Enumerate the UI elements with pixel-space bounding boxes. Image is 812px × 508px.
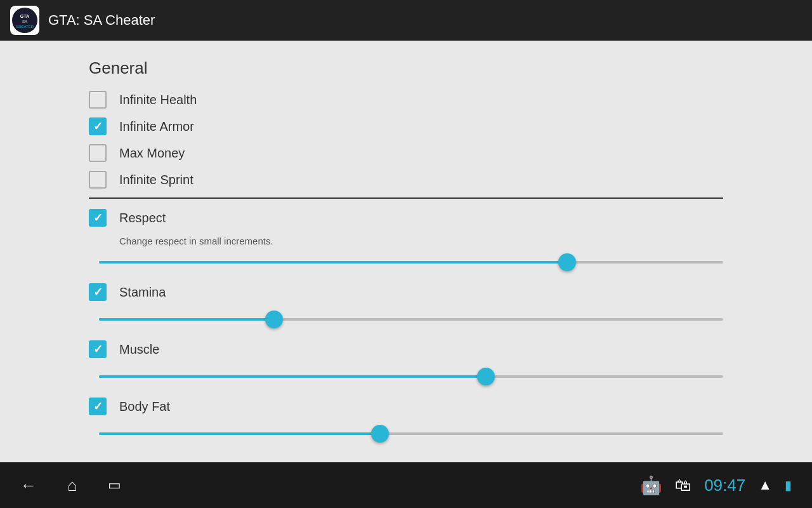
checkbox-label-infinite-sprint: Infinite Sprint	[119, 173, 193, 187]
slider-thumb-respect[interactable]	[558, 253, 576, 271]
time-display: 09:47	[704, 476, 745, 495]
back-button[interactable]: ←	[20, 476, 37, 495]
slider-checkbox-respect[interactable]	[89, 209, 107, 227]
slider-checkbox-row-respect: Respect	[89, 209, 812, 227]
slider-thumb-muscle[interactable]	[477, 368, 495, 385]
slider-label-stamina: Stamina	[119, 285, 166, 300]
status-area: 🤖 🛍 09:47 ▲ ▮	[640, 475, 792, 496]
slider-checkbox-muscle[interactable]	[89, 340, 107, 358]
slider-track-stamina[interactable]	[99, 310, 723, 329]
slider-checkbox-row-muscle: Muscle	[89, 340, 812, 358]
slider-section-body-fat: Body Fat	[89, 398, 812, 443]
battery-icon: ▮	[785, 478, 792, 493]
svg-text:GTA: GTA	[20, 14, 29, 18]
app-logo: GTA SA CHEATER	[10, 6, 39, 35]
android-icon: 🤖	[640, 475, 662, 496]
slider-checkbox-row-stamina: Stamina	[89, 283, 812, 301]
app-title: GTA: SA Cheater	[48, 12, 155, 29]
slider-track-respect[interactable]	[99, 253, 723, 272]
checkbox-row-infinite-sprint: Infinite Sprint	[89, 171, 812, 189]
checkbox-max-money[interactable]	[89, 144, 107, 162]
slider-thumb-stamina[interactable]	[265, 311, 283, 328]
slider-checkbox-body-fat[interactable]	[89, 398, 107, 415]
section-divider	[89, 197, 723, 199]
bottom-bar: ← ⌂ ▭ 🤖 🛍 09:47 ▲ ▮	[0, 462, 812, 508]
slider-checkbox-stamina[interactable]	[89, 283, 107, 301]
top-bar: GTA SA CHEATER GTA: SA Cheater	[0, 0, 812, 41]
slider-track-fill-body-fat	[99, 432, 380, 435]
recents-button[interactable]: ▭	[108, 477, 121, 493]
home-button[interactable]: ⌂	[67, 476, 77, 495]
slider-track-muscle[interactable]	[99, 367, 723, 386]
slider-section-muscle: Muscle	[89, 340, 812, 386]
checkbox-label-infinite-health: Infinite Health	[119, 93, 197, 107]
svg-text:CHEATER: CHEATER	[16, 25, 34, 29]
checkbox-row-max-money: Max Money	[89, 144, 812, 162]
slider-label-body-fat: Body Fat	[119, 399, 170, 414]
wifi-icon: ▲	[758, 477, 772, 493]
slider-section-stamina: Stamina	[89, 283, 812, 329]
nav-buttons: ← ⌂ ▭	[20, 476, 121, 495]
slider-label-muscle: Muscle	[119, 342, 159, 357]
checkbox-infinite-sprint[interactable]	[89, 171, 107, 189]
slider-thumb-body-fat[interactable]	[371, 425, 389, 443]
slider-checkbox-row-body-fat: Body Fat	[89, 398, 812, 415]
slider-track-body-fat[interactable]	[99, 424, 723, 443]
slider-track-fill-stamina	[99, 318, 274, 321]
checkboxes-container: Infinite HealthInfinite ArmorMax MoneyIn…	[89, 91, 812, 189]
slider-section-respect: RespectChange respect in small increment…	[89, 209, 812, 272]
slider-desc-respect: Change respect in small increments.	[119, 236, 812, 246]
section-title: General	[89, 58, 812, 78]
checkbox-label-max-money: Max Money	[119, 146, 185, 161]
slider-track-fill-respect	[99, 261, 567, 264]
sliders-container: RespectChange respect in small increment…	[89, 209, 812, 443]
checkbox-row-infinite-health: Infinite Health	[89, 91, 812, 109]
checkbox-infinite-armor[interactable]	[89, 117, 107, 135]
slider-label-respect: Respect	[119, 211, 166, 225]
checkbox-infinite-health[interactable]	[89, 91, 107, 109]
svg-text:SA: SA	[22, 20, 27, 23]
store-icon: 🛍	[675, 476, 691, 495]
checkbox-label-infinite-armor: Infinite Armor	[119, 119, 194, 134]
checkbox-row-infinite-armor: Infinite Armor	[89, 117, 812, 135]
content-area: General Infinite HealthInfinite ArmorMax…	[0, 41, 812, 462]
slider-track-fill-muscle	[99, 375, 486, 378]
